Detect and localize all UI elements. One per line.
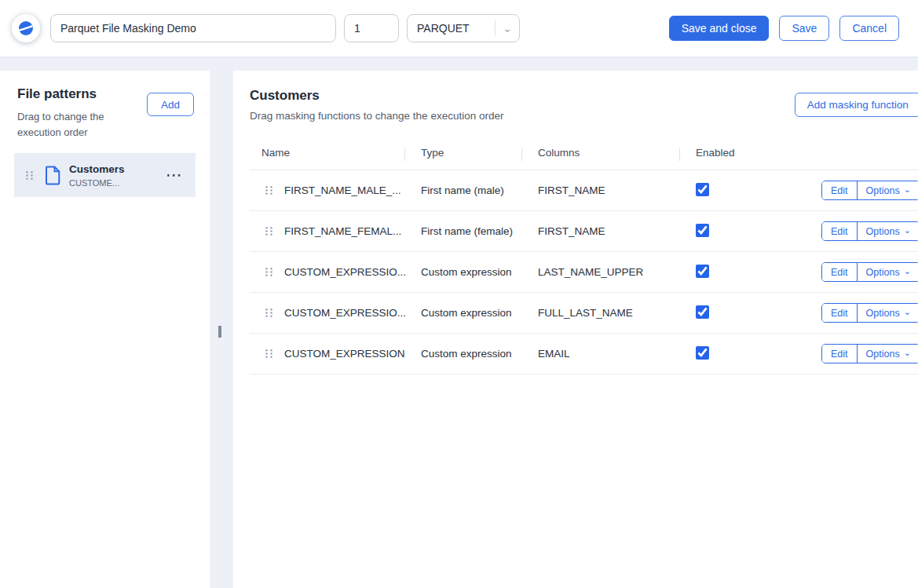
content-area: File patterns Drag to change the executi… xyxy=(0,57,918,588)
enabled-checkbox[interactable] xyxy=(696,305,709,319)
table-row: CUSTOM_EXPRESSION Custom expression EMAI… xyxy=(250,334,918,374)
masking-functions-header: Customers Drag masking functions to chan… xyxy=(250,88,918,122)
masking-function-type: Custom expression xyxy=(421,266,538,278)
row-actions: EditOptions⌄ xyxy=(821,344,918,363)
masking-functions-table: Name Type Columns Enabled FIRST_NAME_MAL… xyxy=(250,142,918,374)
drag-handle-icon[interactable] xyxy=(250,185,284,195)
options-button[interactable]: Options⌄ xyxy=(857,222,918,240)
enabled-checkbox[interactable] xyxy=(696,346,709,360)
options-label: Options xyxy=(866,308,900,319)
file-patterns-subtitle: Drag to change the execution order xyxy=(17,109,115,141)
table-row: FIRST_NAME_FEMAL... First name (female) … xyxy=(250,211,918,252)
edit-button[interactable]: Edit xyxy=(822,345,857,363)
chevron-down-icon: ⌄ xyxy=(904,349,911,357)
table-row: CUSTOM_EXPRESSIO... Custom expression FU… xyxy=(250,293,918,334)
masking-function-name: CUSTOM_EXPRESSIO... xyxy=(284,266,421,278)
row-actions: EditOptions⌄ xyxy=(821,181,918,200)
add-masking-function-button[interactable]: Add masking function xyxy=(795,93,918,117)
add-file-pattern-button[interactable]: Add xyxy=(147,93,194,116)
format-select-value: PARQUET xyxy=(408,22,495,35)
options-label: Options xyxy=(866,267,900,278)
masking-function-type: First name (female) xyxy=(421,225,538,237)
enabled-checkbox[interactable] xyxy=(696,183,709,196)
masking-function-name: CUSTOM_EXPRESSION xyxy=(284,348,421,360)
chevron-down-icon: ⌄ xyxy=(904,185,911,194)
options-button[interactable]: Options⌄ xyxy=(857,304,918,322)
ruleset-name-input[interactable] xyxy=(50,14,336,42)
options-button[interactable]: Options⌄ xyxy=(857,263,918,281)
drag-handle-icon[interactable] xyxy=(250,349,284,359)
edit-button[interactable]: Edit xyxy=(822,222,857,240)
file-patterns-panel: File patterns Drag to change the executi… xyxy=(0,71,210,588)
file-pattern-list-item[interactable]: Customers CUSTOME... ⋯ xyxy=(14,153,196,197)
column-header-type: Type xyxy=(421,147,538,159)
chevron-down-icon: ⌄ xyxy=(496,23,519,34)
masking-function-type: First name (male) xyxy=(421,184,538,196)
app-logo-icon xyxy=(17,20,35,37)
drag-handle-icon[interactable] xyxy=(250,226,284,236)
masking-functions-panel: Customers Drag masking functions to chan… xyxy=(233,71,918,588)
row-actions: EditOptions⌄ xyxy=(821,262,918,282)
masking-function-name: FIRST_NAME_FEMAL... xyxy=(284,225,421,237)
chevron-down-icon: ⌄ xyxy=(904,308,911,316)
panel-resize-handle[interactable] xyxy=(218,326,221,338)
masking-function-columns: FIRST_NAME xyxy=(538,184,696,196)
page-title: Customers xyxy=(250,88,503,104)
column-header-columns: Columns xyxy=(538,147,696,159)
masking-function-type: Custom expression xyxy=(421,307,538,319)
chevron-down-icon: ⌄ xyxy=(904,226,911,235)
app-logo xyxy=(12,14,40,42)
panel-gutter xyxy=(210,71,233,588)
table-row: FIRST_NAME_MALE_... First name (male) FI… xyxy=(250,170,918,211)
edit-button[interactable]: Edit xyxy=(822,181,857,199)
masking-function-columns: LAST_NAME_UPPER xyxy=(538,266,696,278)
table-row: CUSTOM_EXPRESSIO... Custom expression LA… xyxy=(250,252,918,293)
drag-handle-icon[interactable] xyxy=(25,170,34,181)
row-actions: EditOptions⌄ xyxy=(821,221,918,241)
column-header-enabled: Enabled xyxy=(696,147,918,159)
edit-button[interactable]: Edit xyxy=(822,263,857,281)
chevron-down-icon: ⌄ xyxy=(904,267,911,276)
table-header-row: Name Type Columns Enabled xyxy=(250,142,918,170)
edit-button[interactable]: Edit xyxy=(822,304,857,322)
options-label: Options xyxy=(866,226,900,237)
enabled-checkbox[interactable] xyxy=(696,265,709,278)
masking-function-name: FIRST_NAME_MALE_... xyxy=(284,184,421,196)
file-patterns-header: File patterns Drag to change the executi… xyxy=(0,71,210,141)
drag-handle-icon[interactable] xyxy=(250,308,284,318)
masking-function-columns: EMAIL xyxy=(538,348,696,360)
file-pattern-name: Customers xyxy=(69,163,125,175)
toolbar-actions: Save and close Save Cancel xyxy=(669,16,899,41)
document-icon xyxy=(45,166,61,185)
file-patterns-title: File patterns xyxy=(17,86,115,102)
save-and-close-button[interactable]: Save and close xyxy=(669,16,770,41)
row-actions: EditOptions⌄ xyxy=(821,303,918,323)
options-label: Options xyxy=(866,185,900,196)
masking-function-type: Custom expression xyxy=(421,348,538,360)
options-label: Options xyxy=(866,349,900,360)
top-toolbar: PARQUET ⌄ Save and close Save Cancel xyxy=(0,0,918,57)
masking-function-columns: FIRST_NAME xyxy=(538,225,696,237)
version-input[interactable] xyxy=(344,14,399,42)
masking-function-columns: FULL_LAST_NAME xyxy=(538,307,696,319)
column-header-name: Name xyxy=(250,147,421,159)
masking-function-name: CUSTOM_EXPRESSIO... xyxy=(284,307,421,319)
format-select[interactable]: PARQUET ⌄ xyxy=(407,14,520,42)
page-subtitle: Drag masking functions to change the exe… xyxy=(250,110,503,122)
drag-handle-icon[interactable] xyxy=(250,267,284,277)
enabled-checkbox[interactable] xyxy=(696,224,709,237)
options-button[interactable]: Options⌄ xyxy=(857,345,918,363)
file-pattern-value: CUSTOME... xyxy=(69,178,125,188)
save-button[interactable]: Save xyxy=(779,16,829,41)
options-button[interactable]: Options⌄ xyxy=(857,181,918,199)
cancel-button[interactable]: Cancel xyxy=(839,16,899,41)
